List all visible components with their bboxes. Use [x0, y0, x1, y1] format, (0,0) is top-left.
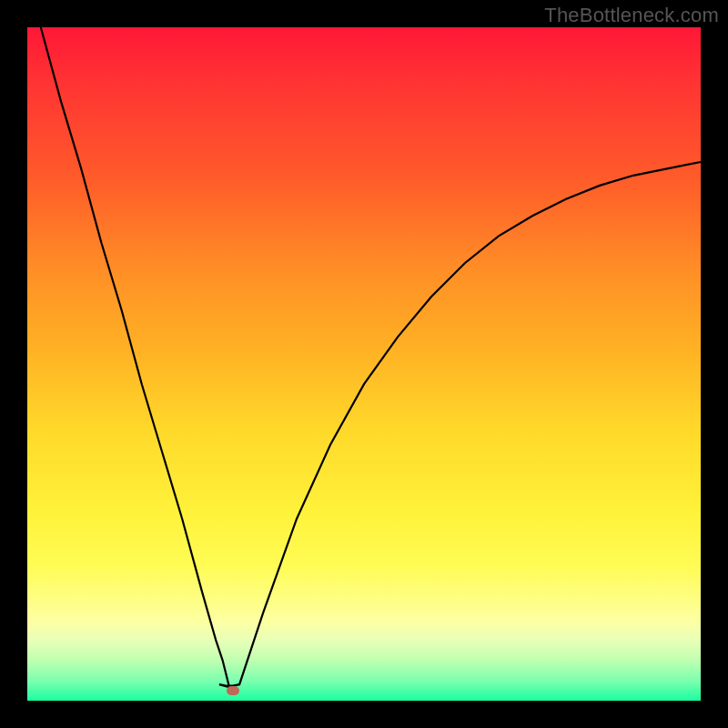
watermark-text: TheBottleneck.com [544, 4, 719, 27]
minimum-marker [227, 686, 239, 695]
curve-path [41, 27, 701, 687]
plot-area [27, 27, 701, 701]
bottleneck-curve [27, 27, 701, 701]
chart-frame: TheBottleneck.com [0, 0, 728, 728]
